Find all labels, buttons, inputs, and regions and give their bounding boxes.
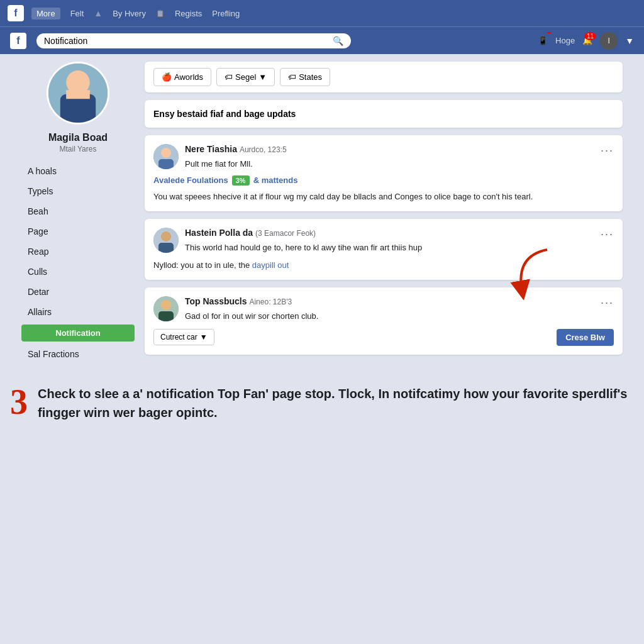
search-bar: 🔍 xyxy=(36,33,351,48)
states-filter-btn[interactable]: 🏷 States xyxy=(280,68,330,86)
post-1-meta: Nere Tiashia Aurdco, 123:5 Pult me fiat … xyxy=(185,144,594,170)
sidebar-item-reap[interactable]: Reap xyxy=(21,242,135,262)
profile-illustration xyxy=(48,62,108,123)
felt-link[interactable]: Felt xyxy=(70,9,84,18)
post-1-more-btn[interactable]: ··· xyxy=(601,144,614,157)
post-3-header: Top Nassbucls Aineo: 12B'3 Gad ol for in… xyxy=(153,296,614,323)
fb-logo-2[interactable]: f xyxy=(10,33,26,49)
svg-rect-6 xyxy=(158,159,174,169)
post-1-badge: 3% xyxy=(232,175,250,186)
post-3-footer: Cutrect car ▼ Crese Blw xyxy=(153,329,614,346)
post-2-avatar xyxy=(153,228,179,253)
top-nav-links: More Felt ▲ By Hvery 📋 Regists Prefling xyxy=(31,8,240,19)
aworlds-icon: 🍎 xyxy=(162,72,172,82)
cutrect-dropdown-btn[interactable]: Cutrect car ▼ xyxy=(153,329,214,345)
post-2-avatar-img xyxy=(153,228,179,253)
profile-subtitle: Mtail Yares xyxy=(21,145,135,153)
post-2-author: Hastein Polla da xyxy=(185,228,253,238)
sidebar-item-page[interactable]: Page xyxy=(21,221,135,242)
post-3-body: Gad ol for in out wir sor chorten club. xyxy=(185,310,594,323)
profile-name: Magila Boad xyxy=(21,132,135,143)
post-1-foundation-link[interactable]: Avalede Foulations xyxy=(153,175,228,185)
search-input[interactable] xyxy=(44,36,333,46)
sidebar-item-beah[interactable]: Beah xyxy=(21,201,135,221)
post-1-action-link: Avalede Foulations 3% & mattends xyxy=(153,175,614,186)
more-dropdown[interactable]: More xyxy=(31,8,60,19)
segel-filter-btn[interactable]: 🏷 Segel ▼ xyxy=(216,68,275,86)
post-1-body: You wat speees hhecive it at if flour wg… xyxy=(153,191,614,203)
post-3-author: Top Nassbucls xyxy=(185,296,247,306)
svg-rect-3 xyxy=(66,90,90,99)
step-number: 3 xyxy=(10,384,28,419)
sidebar-item-salfractions[interactable]: Sal Fractions xyxy=(21,344,135,364)
post-1-author: Nere Tiashia xyxy=(185,144,237,154)
hoge-label[interactable]: Hoge xyxy=(555,36,575,45)
nav-right-area: 📱 Hoge 🔔 11 I ▼ xyxy=(538,32,634,50)
post-card-1: Nere Tiashia Aurdco, 123:5 Pult me fiat … xyxy=(145,135,623,211)
notifications-icon-wrap[interactable]: 🔔 11 xyxy=(582,36,592,45)
post-1-action: Pult me fiat for Mll. xyxy=(185,158,594,170)
main-container: Magila Boad Mtail Yares A hoals Typels B… xyxy=(14,62,630,364)
notifications-badge: 11 xyxy=(584,32,596,40)
user-dropdown-arrow[interactable]: ▼ xyxy=(625,36,634,46)
post-3-more-btn[interactable]: ··· xyxy=(601,296,614,309)
post-1-avatar-img xyxy=(153,144,179,169)
top-navigation: f More Felt ▲ By Hvery 📋 Regists Preflin… xyxy=(0,0,644,26)
fb-logo[interactable]: f xyxy=(8,5,24,21)
sidebar-item-notification[interactable]: Notification xyxy=(21,325,135,341)
byhvery-link[interactable]: By Hvery xyxy=(113,9,146,18)
sidebar-item-typels[interactable]: Typels xyxy=(21,181,135,201)
sidebar-item-allairs[interactable]: Allairs xyxy=(21,302,135,322)
segel-dropdown-arrow: ▼ xyxy=(258,72,267,82)
post-2-more-btn[interactable]: ··· xyxy=(601,228,614,241)
sidebar-item-ahoals[interactable]: A hoals xyxy=(21,161,135,181)
svg-point-8 xyxy=(161,231,171,242)
post-2-time: (3 Eamacor Feok) xyxy=(255,229,316,238)
post-1-time: Aurdco, 123:5 xyxy=(240,145,287,154)
svg-point-11 xyxy=(161,300,171,310)
post-card-3: Top Nassbucls Aineo: 12B'3 Gad ol for in… xyxy=(145,287,623,355)
prefling-link[interactable]: Prefling xyxy=(212,9,240,18)
dropdown-arrow-icon: ▼ xyxy=(200,333,208,341)
content-area: 🍎 Aworlds 🏷 Segel ▼ 🏷 States Ensy bestai… xyxy=(145,62,623,364)
user-avatar[interactable]: I xyxy=(600,32,618,50)
states-icon: 🏷 xyxy=(288,72,296,82)
post-3-time: Aineo: 12B'3 xyxy=(249,297,292,306)
instruction-text: Check to slee a a' notification Top Fan'… xyxy=(38,384,634,422)
profile-picture[interactable] xyxy=(47,62,109,125)
section-header: Ensy bestaid fiaf and bage updats xyxy=(145,100,623,128)
profile-pic-area xyxy=(21,62,135,125)
regists-link[interactable]: Regists xyxy=(175,9,202,18)
svg-point-5 xyxy=(161,148,171,158)
bottom-instruction: 3 Check to slee a a' notification Top Fa… xyxy=(0,372,644,432)
red-arrow-annotation xyxy=(503,243,560,300)
messages-icon-wrap[interactable]: 📱 xyxy=(538,36,548,45)
post-3-meta: Top Nassbucls Aineo: 12B'3 Gad ol for in… xyxy=(185,296,594,323)
sidebar-item-culls[interactable]: Culls xyxy=(21,262,135,282)
crese-action-btn[interactable]: Crese Blw xyxy=(557,329,614,346)
post-1-extra-link[interactable]: & mattends xyxy=(253,175,298,185)
sidebar-item-detar[interactable]: Detar xyxy=(21,282,135,302)
messages-badge xyxy=(547,32,552,33)
messages-icon: 📱 xyxy=(538,36,548,45)
post-2-footer-link[interactable]: daypill out xyxy=(252,260,289,270)
search-navigation: f 🔍 📱 Hoge 🔔 11 I ▼ xyxy=(0,26,644,54)
svg-rect-12 xyxy=(158,311,174,321)
segel-icon: 🏷 xyxy=(225,72,233,82)
aworlds-filter-btn[interactable]: 🍎 Aworlds xyxy=(153,68,211,86)
search-icon[interactable]: 🔍 xyxy=(333,36,343,46)
post-3-avatar-img xyxy=(153,296,179,321)
post-1-avatar xyxy=(153,144,179,169)
sidebar-menu: A hoals Typels Beah Page Reap Culls Deta… xyxy=(21,161,135,364)
filter-bar: 🍎 Aworlds 🏷 Segel ▼ 🏷 States xyxy=(145,62,623,92)
post-3-avatar xyxy=(153,296,179,321)
svg-rect-9 xyxy=(158,243,174,253)
sidebar: Magila Boad Mtail Yares A hoals Typels B… xyxy=(21,62,135,364)
post-1-header: Nere Tiashia Aurdco, 123:5 Pult me fiat … xyxy=(153,144,614,170)
